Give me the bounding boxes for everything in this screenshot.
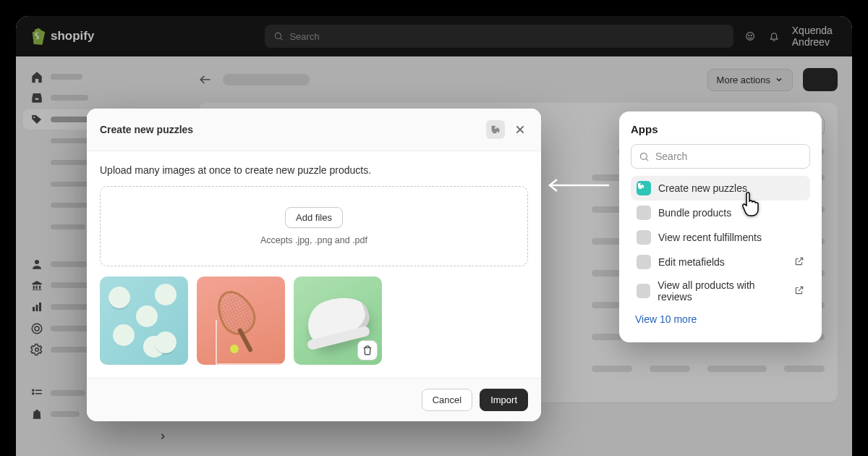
thumbnail[interactable] bbox=[100, 276, 188, 365]
accepts-hint: Accepts .jpg, .png and .pdf bbox=[121, 235, 507, 245]
annotation-arrow-icon bbox=[545, 178, 610, 193]
app-item-label: Create new puzzles bbox=[658, 182, 747, 194]
add-files-button[interactable]: Add files bbox=[285, 207, 343, 228]
app-item-label: Edit metafields bbox=[658, 256, 725, 268]
apps-search[interactable]: Search bbox=[631, 144, 810, 169]
thumbnail[interactable] bbox=[197, 276, 285, 365]
cursor-pointer-icon bbox=[741, 190, 767, 221]
modal-description: Upload many images at once to create new… bbox=[100, 164, 528, 176]
puzzle-icon bbox=[486, 120, 505, 139]
modal-title: Create new puzzles bbox=[100, 124, 193, 135]
app-item[interactable]: View recent fulfillments bbox=[631, 225, 810, 250]
search-icon bbox=[639, 151, 650, 162]
delete-thumbnail-button[interactable] bbox=[357, 340, 378, 360]
trash-icon bbox=[362, 345, 373, 355]
app-item[interactable]: View all products with reviews bbox=[631, 274, 810, 308]
create-puzzles-modal: Create new puzzles Upload many images at… bbox=[87, 109, 541, 421]
external-link-icon bbox=[794, 256, 804, 269]
app-icon bbox=[637, 181, 651, 195]
svg-point-23 bbox=[641, 153, 647, 159]
import-button[interactable]: Import bbox=[480, 389, 528, 411]
app-icon bbox=[637, 230, 651, 245]
apps-title: Apps bbox=[631, 123, 810, 135]
app-item-label: View recent fulfillments bbox=[658, 232, 762, 243]
file-dropzone[interactable]: Add files Accepts .jpg, .png and .pdf bbox=[100, 186, 528, 266]
cancel-button[interactable]: Cancel bbox=[422, 389, 472, 411]
app-item-label: View all products with reviews bbox=[658, 279, 787, 303]
app-icon bbox=[637, 255, 651, 269]
app-item[interactable]: Bundle products bbox=[631, 200, 810, 225]
app-item-label: Bundle products bbox=[658, 207, 731, 219]
app-item[interactable]: Create new puzzles bbox=[631, 176, 810, 200]
svg-line-24 bbox=[646, 159, 648, 161]
app-icon bbox=[637, 206, 651, 220]
app-icon bbox=[637, 284, 650, 298]
app-item[interactable]: Edit metafields bbox=[631, 250, 810, 274]
thumbnail[interactable] bbox=[294, 276, 382, 365]
apps-popover: Apps Search Create new puzzlesBundle pro… bbox=[619, 111, 822, 342]
close-icon[interactable] bbox=[512, 122, 528, 138]
view-more-link[interactable]: View 10 more bbox=[631, 308, 810, 331]
external-link-icon bbox=[794, 285, 804, 297]
